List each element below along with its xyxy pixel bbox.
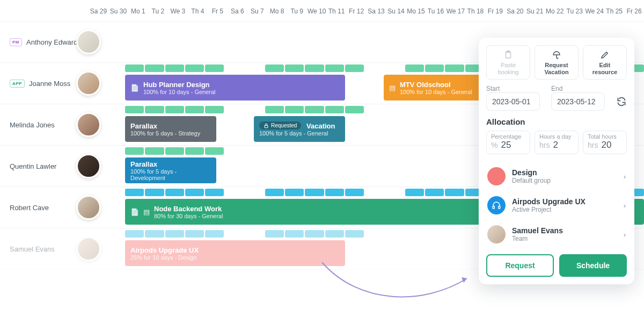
end-date-input[interactable]: 2023-05-12 xyxy=(551,92,605,111)
resource-cell[interactable]: Melinda Jones xyxy=(0,104,89,145)
task-title: Node Backend Work xyxy=(154,205,222,213)
date-col: We 17 xyxy=(445,0,465,21)
date-col: Mo 15 xyxy=(406,0,426,21)
hours-a-day-input[interactable]: Hours a day hrs2 xyxy=(535,131,579,154)
resource-name: Anthony Edwards xyxy=(26,38,81,46)
role-badge: APP xyxy=(10,80,25,88)
request-button[interactable]: Request xyxy=(486,254,554,277)
project-subtitle: Active Project xyxy=(512,206,586,213)
task-bar-parallax-dev[interactable]: Parallax 100% for 5 days - Development xyxy=(125,157,216,183)
task-title: Vacation xyxy=(306,122,335,130)
date-col: Tu 2 xyxy=(148,0,168,21)
allocation-title: Allocation xyxy=(486,117,627,126)
edit-resource-button[interactable]: Editresource xyxy=(583,45,627,80)
avatar xyxy=(76,112,101,137)
resource-name: Joanne Moss xyxy=(29,80,70,88)
resource-name: Melinda Jones xyxy=(10,121,55,129)
chevron-right-icon: › xyxy=(624,231,626,239)
date-col: We 3 xyxy=(168,0,188,21)
swap-dates-button[interactable] xyxy=(616,88,627,109)
end-date-label: End xyxy=(551,85,611,92)
task-bar-vacation[interactable]: Requested Vacation 100% for 5 days - Gen… xyxy=(254,116,345,142)
start-date-label: Start xyxy=(486,85,546,92)
percentage-input[interactable]: Percentage %25 xyxy=(486,131,530,154)
date-col: Th 25 xyxy=(604,0,624,21)
task-bar-airpods[interactable]: Airpods Upgrade UX 25% for 10 days - Des… xyxy=(125,240,345,266)
date-col: Su 21 xyxy=(525,0,545,21)
task-title: Hub Planner Design xyxy=(143,81,210,89)
date-col: Fr 19 xyxy=(485,0,505,21)
date-col: Sa 29 xyxy=(89,0,108,21)
resource-name: Samuel Evans xyxy=(10,245,55,253)
task-subtitle: 100% for 10 days - General xyxy=(400,89,472,95)
task-subtitle: 80% for 30 days - General xyxy=(154,213,223,219)
date-col: Th 4 xyxy=(188,0,208,21)
resource-cell[interactable]: PM Anthony Edwards xyxy=(0,21,89,62)
task-subtitle: 25% for 10 days - Design xyxy=(130,254,199,261)
svg-rect-3 xyxy=(493,206,494,209)
resource-cell[interactable]: Samuel Evans xyxy=(0,228,89,269)
note-icon: 📄 xyxy=(130,84,139,92)
task-subtitle: 100% for 5 days - Development xyxy=(130,168,211,181)
date-col: Tu 16 xyxy=(426,0,445,21)
date-col: Fr 5 xyxy=(208,0,228,21)
date-col: Su 7 xyxy=(247,0,267,21)
date-col: Fr 26 xyxy=(624,0,644,21)
project-name: Airpods Upgrade UX xyxy=(512,197,586,206)
date-col: Sa 13 xyxy=(367,0,386,21)
requested-badge: Requested xyxy=(259,121,301,130)
group-row[interactable]: Design Default group › xyxy=(486,162,627,191)
group-subtitle: Default group xyxy=(512,177,551,184)
avatar xyxy=(76,154,101,178)
task-bar-hub-planner[interactable]: 📄 Hub Planner Design 100% for 10 days - … xyxy=(125,75,345,101)
task-title: Parallax xyxy=(130,122,157,130)
date-col: Mo 8 xyxy=(267,0,287,21)
resource-name: Quentin Lawler xyxy=(10,162,56,170)
request-vacation-button[interactable]: RequestVacation xyxy=(535,45,579,80)
booking-panel: Pastebooking RequestVacation Editresourc… xyxy=(479,38,634,284)
person-subtitle: Team xyxy=(512,235,563,242)
date-col: Su 14 xyxy=(386,0,406,21)
total-hours-input[interactable]: Total hours hrs20 xyxy=(583,131,627,154)
paste-booking-button[interactable]: Pastebooking xyxy=(486,45,530,80)
date-col: Mo 1 xyxy=(128,0,148,21)
resource-name: Robert Cave xyxy=(10,204,49,212)
avatar xyxy=(76,195,101,220)
paste-icon xyxy=(503,50,513,60)
date-col: Tu 23 xyxy=(565,0,584,21)
task-subtitle: 100% for 10 days - General xyxy=(143,89,216,95)
note-icon: 📄 xyxy=(130,208,139,216)
resource-cell[interactable]: APP Joanne Moss xyxy=(0,63,89,104)
date-col: Tu 9 xyxy=(287,0,307,21)
date-col: We 10 xyxy=(307,0,327,21)
avatar xyxy=(76,236,101,261)
headphones-icon xyxy=(487,196,506,214)
project-row[interactable]: Airpods Upgrade UX Active Project › xyxy=(486,191,627,220)
date-col: We 24 xyxy=(584,0,604,21)
umbrella-icon xyxy=(552,50,561,60)
resource-cell[interactable]: Quentin Lawler xyxy=(0,146,89,186)
list-icon: ▤ xyxy=(143,208,150,216)
start-date-input[interactable]: 2023-05-01 xyxy=(486,92,540,111)
group-name: Design xyxy=(512,168,551,177)
date-col: Mo 22 xyxy=(545,0,565,21)
avatar xyxy=(76,30,101,54)
task-title: MTV Oldschool xyxy=(400,81,451,89)
task-bar-parallax-strategy[interactable]: Parallax 100% for 5 days - Strategy xyxy=(125,116,216,142)
person-name: Samuel Evans xyxy=(512,226,563,235)
date-col: Fr 12 xyxy=(347,0,367,21)
svg-rect-0 xyxy=(265,125,268,127)
date-col: Th 11 xyxy=(327,0,347,21)
person-row[interactable]: Samuel Evans Team › xyxy=(486,220,627,249)
schedule-button[interactable]: Schedule xyxy=(559,254,627,277)
resource-cell[interactable]: Robert Cave xyxy=(0,187,89,228)
date-col: Sa 6 xyxy=(228,0,247,21)
list-icon: ▤ xyxy=(389,84,396,92)
sync-icon xyxy=(616,96,627,107)
avatar xyxy=(487,225,506,243)
task-title: Parallax xyxy=(130,160,157,168)
svg-rect-4 xyxy=(499,206,500,209)
avatar xyxy=(76,71,101,96)
lock-icon xyxy=(264,123,269,128)
date-col: Su 30 xyxy=(108,0,128,21)
